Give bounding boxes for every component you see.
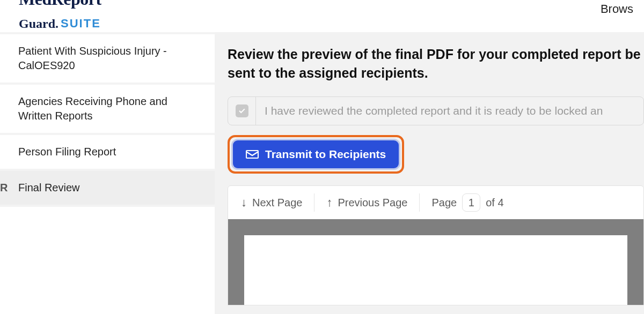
pdf-next-page-button[interactable]: ↓ Next Page	[232, 190, 311, 215]
transmit-highlight: Transmit to Recipients	[228, 135, 404, 174]
sidebar-item-label: Patient With Suspicious Injury - CalOES9…	[18, 44, 204, 73]
pdf-of-total: of 4	[486, 197, 503, 209]
sidebar-item-final-review[interactable]: R Final Review	[0, 171, 215, 207]
logo-suite: SUITE	[61, 17, 101, 30]
sidebar: Patient With Suspicious Injury - CalOES9…	[0, 32, 215, 314]
main-content: Review the preview of the final PDF for …	[215, 32, 644, 314]
pdf-page-indicator: Page 1 of 4	[423, 188, 512, 217]
sidebar-item-agencies[interactable]: Agencies Receiving Phone and Written Rep…	[0, 85, 215, 135]
sidebar-item-person-filing[interactable]: Person Filing Report	[0, 135, 215, 171]
acknowledge-row: I have reviewed the completed report and…	[228, 96, 644, 125]
sidebar-item-label: Agencies Receiving Phone and Written Rep…	[18, 94, 204, 123]
pdf-prev-page-button[interactable]: ↑ Previous Page	[318, 190, 416, 215]
browse-link[interactable]: Brows	[601, 0, 633, 16]
logo-line2: Guard.	[19, 17, 58, 31]
app-header: MedReport Guard.SUITE Brows	[0, 0, 644, 32]
pdf-canvas[interactable]	[228, 219, 643, 305]
check-icon	[238, 107, 246, 115]
sidebar-item-patient-injury[interactable]: Patient With Suspicious Injury - CalOES9…	[0, 32, 215, 85]
envelope-icon	[246, 149, 259, 160]
arrow-up-icon: ↑	[326, 196, 332, 210]
toolbar-separator	[419, 193, 420, 212]
app-logo: MedReport Guard.SUITE	[19, 0, 101, 30]
pdf-page-word: Page	[431, 197, 457, 209]
pdf-viewer: ↓ Next Page ↑ Previous Page Page 1 of 4	[228, 185, 644, 305]
sidebar-item-label: Person Filing Report	[18, 145, 116, 159]
arrow-down-icon: ↓	[241, 196, 247, 210]
logo-line1: MedReport	[19, 0, 101, 8]
acknowledge-checkbox[interactable]	[236, 104, 248, 117]
app-body: Patient With Suspicious Injury - CalOES9…	[0, 32, 644, 314]
pdf-page-paper	[244, 235, 627, 305]
pdf-current-page[interactable]: 1	[462, 193, 480, 212]
sidebar-item-marker: R	[0, 181, 10, 195]
transmit-button[interactable]: Transmit to Recipients	[233, 140, 399, 168]
pdf-toolbar: ↓ Next Page ↑ Previous Page Page 1 of 4	[228, 186, 643, 219]
pdf-next-label: Next Page	[252, 197, 302, 209]
page-heading: Review the preview of the final PDF for …	[228, 45, 644, 83]
pdf-prev-label: Previous Page	[338, 197, 407, 209]
transmit-button-label: Transmit to Recipients	[265, 148, 386, 161]
acknowledge-checkbox-wrap[interactable]	[228, 97, 256, 125]
acknowledge-text: I have reviewed the completed report and…	[256, 97, 643, 125]
sidebar-item-label: Final Review	[18, 181, 79, 195]
toolbar-separator	[314, 193, 314, 212]
